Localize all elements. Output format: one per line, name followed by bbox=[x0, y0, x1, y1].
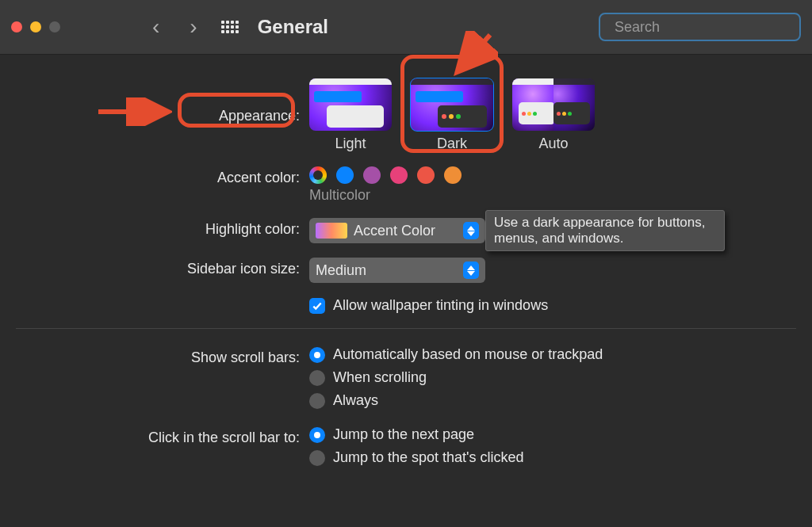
show-all-button[interactable] bbox=[221, 21, 239, 33]
click-scroll-option-1: Jump to the spot that's clicked bbox=[333, 449, 524, 466]
click-scroll-label: Click in the scroll bar to: bbox=[16, 426, 309, 449]
appearance-option-dark[interactable] bbox=[411, 78, 493, 131]
highlight-value: Accent Color bbox=[354, 223, 463, 239]
search-field[interactable] bbox=[599, 13, 801, 41]
accent-purple[interactable] bbox=[363, 166, 381, 184]
click-scroll-option-0: Jump to the next page bbox=[333, 426, 474, 443]
scrollbars-radio-scrolling[interactable] bbox=[309, 370, 325, 386]
scrollbars-option-1: When scrolling bbox=[333, 369, 427, 386]
stepper-icon bbox=[463, 222, 479, 239]
zoom-window-button bbox=[49, 21, 60, 32]
back-button[interactable]: ‹ bbox=[152, 16, 159, 38]
scrollbars-radio-auto[interactable] bbox=[309, 347, 325, 363]
click-scroll-radio-next[interactable] bbox=[309, 427, 325, 443]
scrollbars-label: Show scroll bars: bbox=[16, 346, 309, 369]
tooltip: Use a dark appearance for buttons, menus… bbox=[485, 210, 725, 251]
nav-buttons: ‹ › bbox=[152, 16, 197, 38]
sidebar-size-select[interactable]: Medium bbox=[309, 258, 485, 283]
click-scroll-radio-spot[interactable] bbox=[309, 450, 325, 466]
scrollbars-radio-always[interactable] bbox=[309, 393, 325, 409]
page-title: General bbox=[258, 16, 328, 38]
highlight-label: Highlight color: bbox=[16, 218, 309, 240]
divider bbox=[16, 328, 796, 329]
stepper-icon bbox=[463, 262, 479, 279]
highlight-swatch-icon bbox=[316, 223, 347, 239]
accent-orange[interactable] bbox=[444, 166, 462, 184]
highlight-select[interactable]: Accent Color bbox=[309, 218, 485, 243]
svg-marker-9 bbox=[467, 271, 475, 276]
sidebar-size-value: Medium bbox=[316, 262, 463, 279]
tint-label: Allow wallpaper tinting in windows bbox=[333, 297, 548, 314]
appearance-caption-light: Light bbox=[335, 136, 366, 152]
scrollbars-option-2: Always bbox=[333, 392, 378, 409]
svg-marker-7 bbox=[467, 231, 475, 236]
svg-marker-8 bbox=[467, 265, 475, 270]
accent-swatches bbox=[309, 166, 796, 184]
tint-checkbox[interactable] bbox=[309, 298, 325, 314]
sidebar-size-label: Sidebar icon size: bbox=[16, 258, 309, 280]
accent-label: Accent color: bbox=[16, 166, 309, 189]
appearance-option-light[interactable] bbox=[309, 78, 392, 131]
accent-selected-name: Multicolor bbox=[309, 187, 796, 204]
titlebar: ‹ › General bbox=[0, 0, 812, 55]
appearance-option-auto[interactable] bbox=[512, 78, 595, 131]
appearance-caption-dark: Dark bbox=[437, 136, 467, 152]
window-controls bbox=[11, 21, 60, 32]
accent-pink[interactable] bbox=[390, 166, 408, 184]
accent-multicolor[interactable] bbox=[309, 166, 327, 184]
scrollbars-option-0: Automatically based on mouse or trackpad bbox=[333, 346, 603, 363]
appearance-label: Appearance: bbox=[16, 105, 309, 127]
search-input[interactable] bbox=[615, 19, 799, 36]
accent-red[interactable] bbox=[417, 166, 435, 184]
appearance-caption-auto: Auto bbox=[538, 136, 568, 152]
forward-button[interactable]: › bbox=[190, 16, 197, 38]
minimize-window-button[interactable] bbox=[30, 21, 41, 32]
svg-marker-6 bbox=[467, 226, 475, 231]
close-window-button[interactable] bbox=[11, 21, 22, 32]
accent-blue[interactable] bbox=[336, 166, 354, 184]
